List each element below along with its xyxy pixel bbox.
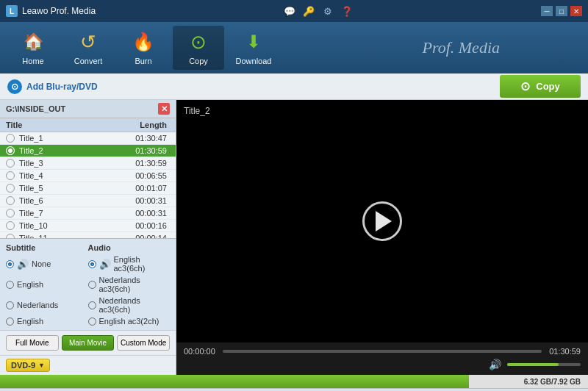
- video-area: [176, 100, 588, 342]
- title-bar: L Leawo Prof. Media 💬 🔑 ⚙ ❓ ─ □ ✕: [0, 0, 588, 22]
- radio-title3[interactable]: [6, 159, 15, 168]
- time-end: 01:30:59: [549, 347, 581, 356]
- video-controls: 00:00:00 01:30:59 🔊: [176, 342, 588, 375]
- radio-title10[interactable]: [6, 221, 15, 230]
- list-item[interactable]: Title_2 01:30:59: [0, 145, 176, 157]
- list-item[interactable]: Title_10 00:00:16: [0, 220, 176, 232]
- chat-icon[interactable]: 💬: [283, 4, 296, 18]
- download-button[interactable]: ⬇ Download: [228, 26, 279, 70]
- storage-bar-fill: [0, 375, 469, 388]
- sub-audio-header: Subtitle Audio: [0, 242, 176, 254]
- list-item[interactable]: Title_7 00:00:31: [0, 207, 176, 220]
- volume-bar[interactable]: [507, 363, 581, 366]
- key-icon[interactable]: 🔑: [302, 4, 315, 18]
- storage-bar-container: 6.32 GB/7.92 GB: [0, 375, 588, 388]
- radio-title4[interactable]: [6, 171, 15, 180]
- radio-title5[interactable]: [6, 184, 15, 193]
- title-list: Title_1 01:30:47 Title_2 01:30:59 Title_…: [0, 132, 176, 238]
- list-item[interactable]: Title_1 01:30:47: [0, 132, 176, 145]
- maximize-button[interactable]: □: [556, 6, 567, 16]
- action-bar: ⊙ Add Blu-ray/DVD ⊙ Copy: [0, 73, 588, 100]
- minimize-button[interactable]: ─: [541, 6, 553, 16]
- home-label: Home: [22, 57, 43, 65]
- left-panel: G:\INSIDE_OUT ✕ Title Length Title_1 01:…: [0, 100, 176, 375]
- help-icon[interactable]: ❓: [340, 4, 354, 18]
- add-disc-icon: ⊙: [7, 79, 22, 94]
- title-column-header: Title: [6, 121, 118, 129]
- full-movie-button[interactable]: Full Movie: [6, 335, 59, 351]
- action-bar-left: ⊙ Add Blu-ray/DVD: [7, 79, 494, 94]
- convert-label: Convert: [74, 57, 103, 65]
- disc-name: G:\INSIDE_OUT: [6, 104, 65, 113]
- radio-title6[interactable]: [6, 196, 15, 205]
- subtitle-radio-2[interactable]: [6, 301, 14, 309]
- burn-button[interactable]: 🔥 Burn: [118, 26, 169, 70]
- status-bar: 1 files/11 files: [0, 388, 588, 391]
- radio-title2[interactable]: [6, 146, 15, 155]
- app-title: Leawo Prof. Media: [22, 6, 96, 16]
- audio-header: Audio: [88, 243, 171, 252]
- copy-button[interactable]: ⊙ Copy: [173, 26, 224, 70]
- download-label: Download: [236, 57, 272, 65]
- volume-fill: [507, 363, 559, 366]
- burn-icon: 🔥: [132, 30, 155, 54]
- storage-label: 6.32 GB/7.92 GB: [524, 378, 581, 386]
- dvd-arrow-icon: ▼: [38, 362, 45, 369]
- app-icon: L: [6, 5, 18, 17]
- sub-audio-row: Nederlands Nederlands ac3(6ch): [0, 295, 176, 315]
- audio-radio-1[interactable]: [88, 281, 96, 289]
- title-bar-left: L Leawo Prof. Media: [6, 5, 96, 17]
- main-movie-button[interactable]: Main Movie: [62, 335, 115, 351]
- home-button[interactable]: 🏠 Home: [7, 26, 59, 70]
- play-button[interactable]: [362, 201, 402, 241]
- list-item[interactable]: Title_5 00:01:07: [0, 182, 176, 195]
- subtitle-radio-1[interactable]: [6, 281, 14, 289]
- list-item[interactable]: Title_3 01:30:59: [0, 157, 176, 170]
- volume-row: 🔊: [184, 359, 581, 370]
- audio-radio-2[interactable]: [88, 301, 96, 309]
- disc-header: G:\INSIDE_OUT ✕: [0, 100, 176, 118]
- list-item[interactable]: Title_4 00:06:55: [0, 170, 176, 182]
- convert-button[interactable]: ↺ Convert: [62, 26, 114, 70]
- subtitle-radio-0[interactable]: [6, 260, 14, 268]
- add-bluray-button[interactable]: Add Blu-ray/DVD: [26, 82, 98, 92]
- time-row: 00:00:00 01:30:59: [184, 347, 581, 356]
- radio-title7[interactable]: [6, 209, 15, 218]
- copy-icon: ⊙: [187, 30, 210, 54]
- custom-mode-button[interactable]: Custom Mode: [117, 335, 170, 351]
- main-content: G:\INSIDE_OUT ✕ Title Length Title_1 01:…: [0, 100, 588, 375]
- dvd-label: DVD-9: [11, 361, 35, 370]
- list-item[interactable]: Title_6 00:00:31: [0, 195, 176, 207]
- audio-radio-3[interactable]: [88, 318, 96, 326]
- sub-audio-row: 🔊 None 🔊 English ac3(6ch): [0, 254, 176, 274]
- sub-audio-panel: Subtitle Audio 🔊 None 🔊 English ac3(6ch): [0, 238, 176, 330]
- burn-label: Burn: [135, 57, 151, 65]
- window-controls: ─ □ ✕: [541, 6, 582, 16]
- progress-bar[interactable]: [223, 350, 542, 353]
- copy-action-button[interactable]: ⊙ Copy: [500, 75, 581, 98]
- gear-icon[interactable]: ⚙: [321, 4, 334, 18]
- title-list-header: Title Length: [0, 118, 176, 132]
- sub-audio-row: English English ac3(2ch): [0, 315, 176, 327]
- close-button[interactable]: ✕: [570, 6, 582, 16]
- convert-icon: ↺: [76, 30, 100, 54]
- download-icon: ⬇: [242, 30, 265, 54]
- title-icons: 💬 🔑 ⚙ ❓: [283, 4, 354, 18]
- play-icon: [376, 211, 392, 232]
- disc-close-button[interactable]: ✕: [158, 103, 170, 115]
- right-panel: Title_2 00:00:00 01:30:59 🔊: [176, 100, 588, 375]
- length-column-header: Length: [118, 121, 170, 129]
- sub-audio-row: English Nederlands ac3(6ch): [0, 274, 176, 295]
- toolbar: 🏠 Home ↺ Convert 🔥 Burn ⊙ Copy ⬇ Downloa…: [0, 22, 588, 73]
- list-item[interactable]: Title_11 00:00:14: [0, 232, 176, 238]
- radio-title1[interactable]: [6, 134, 15, 143]
- video-title: Title_2: [176, 100, 218, 122]
- dvd-selector: DVD-9 ▼: [0, 355, 176, 375]
- home-icon: 🏠: [21, 30, 45, 54]
- copy-label: Copy: [189, 57, 208, 65]
- time-start: 00:00:00: [184, 347, 215, 356]
- subtitle-radio-3[interactable]: [6, 318, 14, 326]
- subtitle-header: Subtitle: [6, 243, 88, 252]
- audio-radio-0[interactable]: [88, 260, 96, 268]
- dvd-dropdown[interactable]: DVD-9 ▼: [6, 359, 50, 372]
